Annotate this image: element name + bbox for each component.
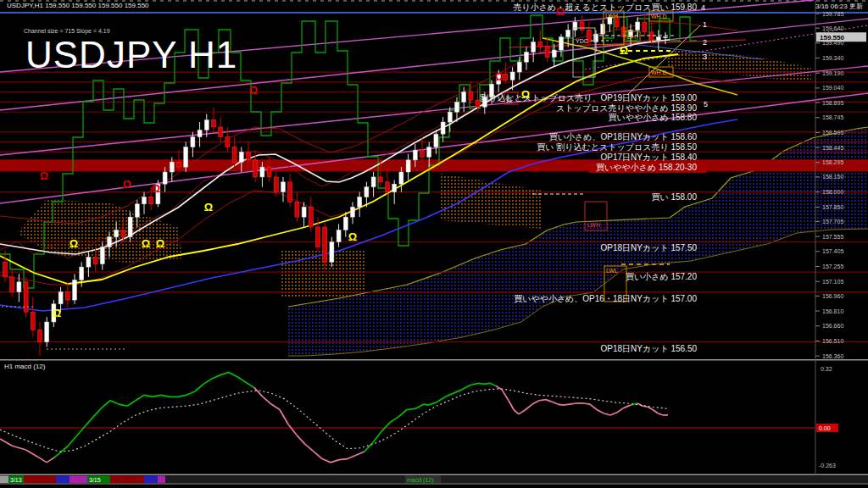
candle-body [191,137,195,147]
range-box-label: YDC [576,38,588,44]
candle-body [358,197,362,208]
order-annotation-15820-highlight: 買いやや小さめ 158.20-30 [589,162,707,173]
range-box-label: WH D [651,69,667,75]
macd-line [81,417,93,431]
macd-line [110,401,119,404]
macd-line [398,410,407,418]
candle-body [281,182,286,192]
macd-line [502,390,509,401]
macd-line [407,408,415,409]
candle-body [649,32,654,40]
candle-body [601,24,605,34]
price-tick-label: 159.640 [822,25,843,31]
macd-line [144,395,153,396]
macd-line [583,403,590,404]
order-annotation-15890: ストップロス売りやや小さめ 158.90 [556,103,697,113]
candle-body [309,207,313,227]
line-number-label: 3 [703,53,707,61]
price-tick-label: 156.360 [822,353,843,359]
macd-line [462,385,470,389]
line-number-label: 2 [703,38,707,47]
macd-line [390,417,398,422]
macd-line [271,404,280,409]
price-tick-label: 159.785 [822,11,843,17]
macd-line [617,408,624,412]
macd-line [532,401,539,404]
omega-marker-red: Ω [40,169,48,182]
macd-line [470,383,479,385]
candle-body [38,330,42,341]
price-tick-label: 158.595 [822,130,843,136]
price-tick-label: 159.190 [822,70,843,76]
price-tick-label: 159.040 [822,85,843,91]
candle-body [573,22,577,30]
candle-body [643,22,647,32]
candle-body [288,182,292,202]
session-bar-label: macd (12) [407,477,434,484]
macd-line [424,404,428,405]
candle-body [204,120,209,130]
ichimoku-orange-cloud [668,49,811,82]
macd-line [453,390,462,393]
omega-marker-yellow: Ω [70,237,78,250]
candle-body [420,150,425,157]
range-box-label: DH [627,34,636,40]
macd-line [381,423,390,432]
candle-body [392,184,397,191]
macd-line [415,404,424,408]
price-tick-label: 156.660 [822,323,843,329]
macd-line [526,404,532,409]
price-tick-label: 157.255 [822,263,843,269]
candle-body [24,282,28,312]
candle-body [406,160,410,172]
order-annotation-15850: 買い 割り込むとストップロス売り 158.50 [537,142,697,152]
candle-body [343,217,348,230]
macd-line [364,442,373,452]
session-bar-segment [144,476,158,484]
session-bar-segment [158,476,165,484]
candle-body [17,282,21,292]
macd-line [68,431,81,446]
range-box-label: LWH [605,13,618,19]
macd-line [288,424,297,435]
line-number-label: 1 [703,20,707,29]
macd-line [161,395,170,396]
price-tick-label: 158.150 [822,174,843,180]
omega-marker-yellow: Ω [348,230,357,243]
macd-line [263,396,271,404]
price-tick-label: 157.555 [822,234,843,240]
candle-body [232,147,236,163]
pane-separator [0,359,868,361]
candle-body [504,74,508,80]
macd-line [203,379,212,384]
macd-line [212,375,220,379]
candle-body [399,172,403,184]
macd-line [220,372,229,374]
candle-body [198,130,202,136]
line-number-label: 4 [701,3,705,12]
macd-line [127,401,136,406]
candle-body [469,92,473,100]
macd-line [195,384,203,391]
macd-line [136,395,144,400]
candle-body [247,152,251,159]
macd-line [490,383,496,385]
session-bar-segment [0,476,8,484]
candle-body [566,30,570,36]
candle-body [212,120,216,127]
macd-line [539,400,546,401]
macd-line [47,457,55,462]
candle-body [86,257,91,267]
candle-body [441,122,445,134]
omega-marker-red: Ω [152,182,160,195]
price-tick-label: 158.445 [822,145,843,151]
price-tick-label: 157.405 [822,248,843,254]
range-box-label: LWL [606,268,618,274]
order-annotation-15880: 買いやや小さめ 158.80 [608,113,697,122]
candle-body [386,182,390,192]
candle-body [531,42,536,53]
macd-pane-label: H1 macd (12) [4,363,45,370]
macd-line [38,457,47,462]
candle-body [378,177,382,182]
omega-marker-yellow: Ω [620,44,628,57]
